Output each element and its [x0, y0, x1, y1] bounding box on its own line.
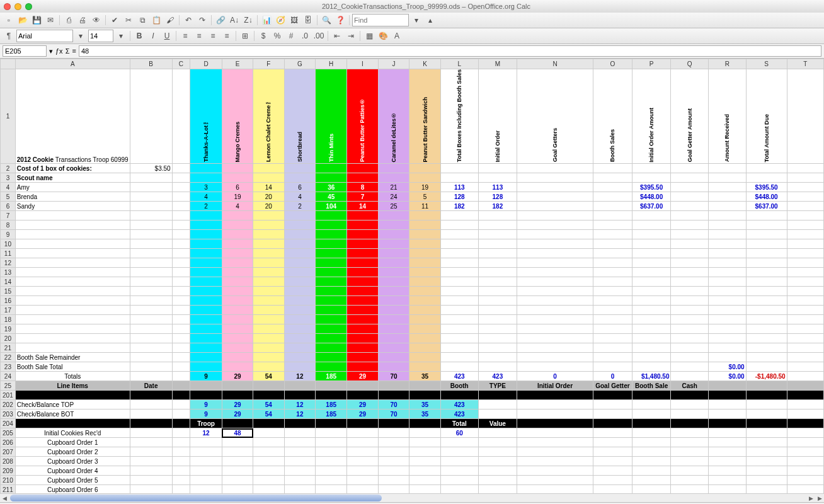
cell-A20[interactable]: [15, 334, 130, 343]
align-center-icon[interactable]: ≡: [193, 30, 205, 42]
print-icon[interactable]: 🖨: [76, 14, 89, 26]
cell-R210[interactable]: [709, 476, 747, 485]
header-cell-L[interactable]: Total Boxes Including Booth Sales: [440, 69, 478, 164]
cell-G209[interactable]: [284, 466, 316, 476]
cell-E24[interactable]: 29: [222, 372, 253, 381]
cell-Q25[interactable]: Cash: [671, 381, 709, 391]
cell-R5[interactable]: [709, 192, 747, 202]
cell-D4[interactable]: 3: [190, 183, 222, 192]
header-cell-A[interactable]: 2012 Cookie Transactions Troop 60999: [15, 69, 130, 164]
col-header-O[interactable]: O: [593, 59, 632, 69]
cell-D204[interactable]: Troop: [190, 419, 222, 428]
col-header-G[interactable]: G: [284, 59, 316, 69]
cell-C2[interactable]: [172, 164, 190, 173]
cell-Q9[interactable]: [671, 230, 709, 239]
cell-L3[interactable]: [440, 173, 478, 183]
cell-D20[interactable]: [190, 334, 222, 343]
cell-R20[interactable]: [709, 334, 747, 343]
cell-R8[interactable]: [709, 220, 747, 230]
cell-A204[interactable]: [15, 419, 130, 428]
cell-F22[interactable]: [253, 353, 285, 362]
cell-R211[interactable]: [709, 485, 747, 493]
cell-I19[interactable]: [347, 324, 379, 334]
cell-A25[interactable]: Line Items: [15, 381, 130, 391]
cell-T21[interactable]: [787, 343, 823, 353]
pdf-icon[interactable]: ⎙: [62, 14, 75, 26]
cell-N19[interactable]: [517, 324, 593, 334]
cell-A7[interactable]: [15, 211, 130, 220]
cell-B24[interactable]: [130, 372, 172, 381]
cell-R19[interactable]: [709, 324, 747, 334]
cell-J204[interactable]: [378, 419, 409, 428]
cell-R204[interactable]: [709, 419, 747, 428]
cell-P4[interactable]: $395.50: [632, 183, 671, 192]
cell-H25[interactable]: [316, 381, 347, 391]
fontcolor-icon[interactable]: A: [391, 30, 403, 42]
cell-L13[interactable]: [440, 268, 478, 277]
cell-O10[interactable]: [593, 239, 632, 249]
cell-K2[interactable]: [409, 164, 441, 173]
row-header[interactable]: 10: [1, 239, 16, 249]
cell-G7[interactable]: [284, 211, 316, 220]
cell-Q24[interactable]: [671, 372, 709, 381]
cell-L5[interactable]: 128: [440, 192, 478, 202]
cell-G2[interactable]: [284, 164, 316, 173]
cell-O17[interactable]: [593, 306, 632, 315]
cell-O25[interactable]: Goal Getter: [593, 381, 632, 391]
cell-O6[interactable]: [593, 202, 632, 211]
cell-N16[interactable]: [517, 296, 593, 306]
cell-F25[interactable]: [253, 381, 285, 391]
cell-N10[interactable]: [517, 239, 593, 249]
cell-P15[interactable]: [632, 287, 671, 296]
cell-S204[interactable]: [746, 419, 787, 428]
col-header-Q[interactable]: Q: [671, 59, 709, 69]
cell-Q201[interactable]: [671, 391, 709, 400]
cell-L201[interactable]: [440, 391, 478, 400]
cell-E23[interactable]: [222, 362, 253, 372]
cell-H3[interactable]: [316, 173, 347, 183]
cell-O206[interactable]: [593, 438, 632, 447]
cell-S209[interactable]: [746, 466, 787, 476]
cell-J11[interactable]: [378, 249, 409, 258]
cell-R201[interactable]: [709, 391, 747, 400]
cell-G18[interactable]: [284, 315, 316, 324]
cell-D201[interactable]: [190, 391, 222, 400]
cell-S10[interactable]: [746, 239, 787, 249]
cell-I211[interactable]: [347, 485, 379, 493]
email-icon[interactable]: ✉: [44, 14, 57, 26]
cell-S205[interactable]: [746, 428, 787, 438]
cell-M24[interactable]: 423: [478, 372, 517, 381]
cell-A14[interactable]: [15, 277, 130, 287]
cell-C202[interactable]: [172, 400, 190, 410]
cell-H22[interactable]: [316, 353, 347, 362]
cell-A23[interactable]: Booth Sale Total: [15, 362, 130, 372]
cell-K20[interactable]: [409, 334, 441, 343]
cell-N204[interactable]: [517, 419, 593, 428]
cell-H13[interactable]: [316, 268, 347, 277]
cell-S24[interactable]: -$1,480.50: [746, 372, 787, 381]
cell-L21[interactable]: [440, 343, 478, 353]
undo-icon[interactable]: ↶: [182, 14, 195, 26]
cell-N6[interactable]: [517, 202, 593, 211]
navigator-icon[interactable]: 🧭: [274, 14, 287, 26]
cell-E17[interactable]: [222, 306, 253, 315]
cell-T13[interactable]: [787, 268, 823, 277]
cell-H24[interactable]: 185: [316, 372, 347, 381]
row-header[interactable]: 9: [1, 230, 16, 239]
name-box[interactable]: [3, 45, 47, 57]
cell-K9[interactable]: [409, 230, 441, 239]
cell-F4[interactable]: 14: [253, 183, 285, 192]
cell-B5[interactable]: [130, 192, 172, 202]
cell-C7[interactable]: [172, 211, 190, 220]
row-header[interactable]: 203: [1, 410, 16, 419]
cell-E22[interactable]: [222, 353, 253, 362]
row-header[interactable]: 19: [1, 324, 16, 334]
cell-J10[interactable]: [378, 239, 409, 249]
cell-R4[interactable]: [709, 183, 747, 192]
font-dropdown-icon[interactable]: ▾: [74, 30, 87, 42]
cell-J9[interactable]: [378, 230, 409, 239]
cell-K24[interactable]: 35: [409, 372, 441, 381]
cell-N207[interactable]: [517, 447, 593, 457]
header-cell-R[interactable]: Amount Received: [709, 69, 747, 164]
cell-Q11[interactable]: [671, 249, 709, 258]
